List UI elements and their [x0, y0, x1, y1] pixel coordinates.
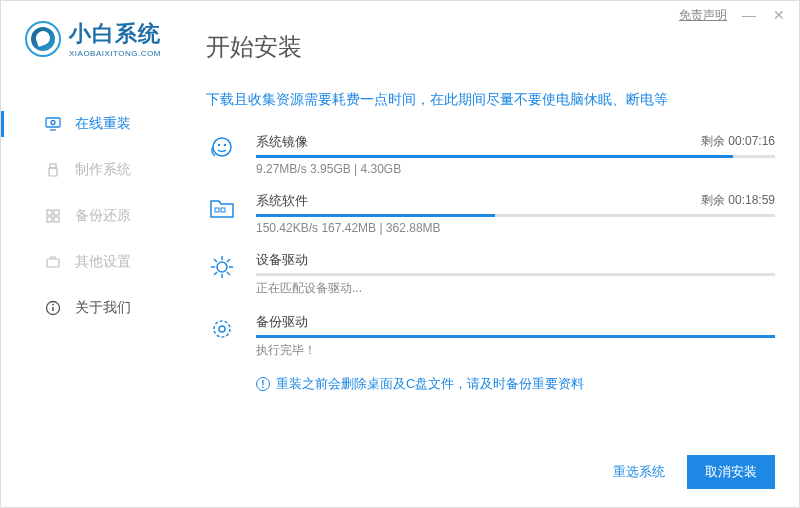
sidebar: 在线重装 制作系统 备份还原 其他设置 关于我们 — [1, 101, 176, 331]
warning-icon: ! — [256, 377, 270, 391]
svg-point-28 — [219, 326, 225, 332]
svg-point-14 — [218, 144, 220, 146]
usb-icon — [45, 162, 61, 178]
svg-point-27 — [214, 321, 230, 337]
sidebar-item-label: 其他设置 — [75, 253, 131, 271]
task-row: 设备驱动 正在匹配设备驱动... — [206, 251, 775, 297]
svg-line-24 — [227, 272, 230, 275]
sidebar-item-online-reinstall[interactable]: 在线重装 — [1, 101, 176, 147]
task-detail: 执行完毕！ — [256, 342, 775, 359]
svg-rect-7 — [47, 217, 52, 222]
task-row: 备份驱动 执行完毕！ — [206, 313, 775, 359]
image-icon — [206, 133, 238, 165]
task-list: 系统镜像剩余 00:07:16 9.27MB/s 3.95GB | 4.30GB… — [206, 133, 775, 359]
gear-icon — [206, 251, 238, 283]
svg-rect-6 — [54, 210, 59, 215]
sidebar-item-label: 备份还原 — [75, 207, 131, 225]
logo-icon — [25, 21, 61, 57]
disclaimer-link[interactable]: 免责声明 — [679, 7, 727, 24]
svg-line-26 — [227, 259, 230, 262]
sidebar-item-label: 关于我们 — [75, 299, 131, 317]
page-title: 开始安装 — [206, 31, 775, 63]
close-icon[interactable]: ✕ — [771, 7, 787, 23]
svg-rect-17 — [221, 208, 225, 212]
folder-icon — [206, 192, 238, 224]
svg-rect-16 — [215, 208, 219, 212]
progress-bar — [256, 214, 775, 217]
svg-rect-0 — [46, 118, 60, 127]
svg-rect-9 — [47, 259, 59, 267]
task-title: 系统镜像 — [256, 133, 308, 151]
svg-line-23 — [214, 259, 217, 262]
task-detail: 150.42KB/s 167.42MB | 362.88MB — [256, 221, 775, 235]
svg-point-13 — [213, 138, 231, 156]
svg-line-25 — [214, 272, 217, 275]
task-remaining: 剩余 00:18:59 — [701, 192, 775, 210]
sidebar-item-other-settings[interactable]: 其他设置 — [1, 239, 176, 285]
briefcase-icon — [45, 254, 61, 270]
task-title: 系统软件 — [256, 192, 308, 210]
grid-icon — [45, 208, 61, 224]
minimize-icon[interactable]: — — [741, 7, 757, 23]
task-row: 系统软件剩余 00:18:59 150.42KB/s 167.42MB | 36… — [206, 192, 775, 235]
brand-title: 小白系统 — [69, 19, 161, 49]
svg-point-18 — [217, 262, 227, 272]
task-row: 系统镜像剩余 00:07:16 9.27MB/s 3.95GB | 4.30GB — [206, 133, 775, 176]
svg-rect-4 — [49, 168, 57, 176]
task-detail: 正在匹配设备驱动... — [256, 280, 775, 297]
svg-rect-8 — [54, 217, 59, 222]
svg-rect-5 — [47, 210, 52, 215]
progress-bar — [256, 155, 775, 158]
sidebar-item-backup-restore[interactable]: 备份还原 — [1, 193, 176, 239]
task-detail: 9.27MB/s 3.95GB | 4.30GB — [256, 162, 775, 176]
sidebar-item-label: 在线重装 — [75, 115, 131, 133]
brand-subtitle: XIAOBAIXITONG.COM — [69, 49, 161, 58]
svg-rect-3 — [50, 164, 56, 168]
sidebar-item-label: 制作系统 — [75, 161, 131, 179]
install-notice: 下载且收集资源需要耗费一点时间，在此期间尽量不要使电脑休眠、断电等 — [206, 91, 775, 109]
warning-text: 重装之前会删除桌面及C盘文件，请及时备份重要资料 — [276, 375, 584, 393]
gear-dashed-icon — [206, 313, 238, 345]
cancel-install-button[interactable]: 取消安装 — [687, 455, 775, 489]
sidebar-item-make-system[interactable]: 制作系统 — [1, 147, 176, 193]
monitor-icon — [45, 116, 61, 132]
brand-logo: 小白系统 XIAOBAIXITONG.COM — [25, 19, 161, 58]
svg-point-15 — [224, 144, 226, 146]
info-icon — [45, 300, 61, 316]
task-title: 备份驱动 — [256, 313, 308, 331]
svg-point-1 — [51, 121, 55, 125]
reselect-button[interactable]: 重选系统 — [603, 455, 675, 489]
sidebar-item-about[interactable]: 关于我们 — [1, 285, 176, 331]
progress-bar — [256, 335, 775, 338]
svg-point-12 — [52, 304, 54, 306]
warning-message: ! 重装之前会删除桌面及C盘文件，请及时备份重要资料 — [256, 375, 775, 393]
task-remaining: 剩余 00:07:16 — [701, 133, 775, 151]
progress-bar — [256, 273, 775, 276]
task-title: 设备驱动 — [256, 251, 308, 269]
